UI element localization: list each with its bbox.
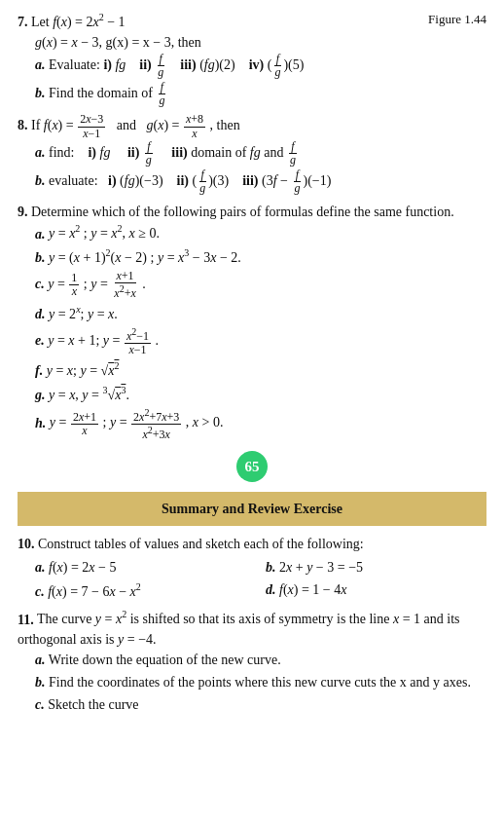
p8-b-label: b. <box>35 173 46 188</box>
problem-7: Figure 1.44 7. Let f(x) = 2x2 − 1 g(x) =… <box>18 10 486 107</box>
p7-a-i: i) fg <box>103 57 135 72</box>
problem-8: 8. If f(x) = 2x−3x−1 and g(x) = x+8x , t… <box>18 113 486 195</box>
p8-a-text: find: i) fg ii) fg iii) domain of fg and… <box>49 145 299 160</box>
p10-c: c. f(x) = 7 − 6x − x2 <box>35 579 256 602</box>
p7-b-text: Find the domain of fg <box>49 86 167 100</box>
problem-11: 11. The curve y = x2 is shifted so that … <box>18 608 486 716</box>
problem-number-8: 8. <box>18 118 28 132</box>
p8-a: a. find: i) fg ii) fg iii) domain of fg … <box>35 140 486 167</box>
page-number: 65 <box>236 451 268 482</box>
p11-a-text: Write down the equation of the new curve… <box>49 653 281 667</box>
p9-b: b. y = (x + 1)2(x − 2) ; y = x3 − 3x − 2… <box>35 245 486 268</box>
p9-d: d. y = 2x; y = x. <box>35 302 486 324</box>
p10-text: Construct tables of values and sketch ea… <box>38 537 364 551</box>
p11-b-label: b. <box>35 675 46 690</box>
p10-d: d. f(x) = 1 − 4x <box>266 579 486 602</box>
p10-a: a. f(x) = 2x − 5 <box>35 557 256 578</box>
problem-10: 10. Construct tables of values and sketc… <box>18 534 486 602</box>
p11-b: b. Find the coordinates of the points wh… <box>35 672 486 692</box>
problem-number-7: 7. <box>18 15 28 29</box>
p11-text: The curve y = x2 is shifted so that its … <box>18 612 460 647</box>
p7-a-ii: ii) fg <box>139 57 180 72</box>
p9-e: e. y = x + 1; y = x2−1x−1 . <box>35 326 486 356</box>
p7-a-text: Evaluate: <box>49 57 103 72</box>
problem-number-9: 9. <box>18 205 28 219</box>
problem-number-10: 10. <box>18 537 35 551</box>
p8-a-label: a. <box>35 145 46 160</box>
page-number-container: 65 <box>18 451 486 482</box>
problem-9: 9. Determine which of the following pair… <box>18 202 486 441</box>
p11-a-label: a. <box>35 653 46 667</box>
p9-f: f. y = x; y = √x2 <box>35 358 486 381</box>
p11-c: c. Sketch the curve <box>35 694 486 715</box>
p9-c: c. y = 1x ; y = x+1x2+x . <box>35 270 486 300</box>
p9-h: h. y = 2x+1x ; y = 2x2+7x+3x2+3x , x > 0… <box>35 407 486 441</box>
fig-label: Figure 1.44 <box>428 10 486 29</box>
p7-line2: g(x) = x − 3, g(x) = x − 3, then <box>35 32 486 53</box>
p11-c-text: Sketch the curve <box>48 697 138 712</box>
p7-a-label: a. <box>35 57 46 72</box>
p11-b-text: Find the coordinates of the points where… <box>49 675 471 690</box>
p8-b: b. evaluate: i) (fg)(−3) ii) (fg)(3) iii… <box>35 168 486 195</box>
p7-then-word: g(x) = x − 3, then <box>106 35 201 50</box>
problem-number-11: 11. <box>18 612 34 626</box>
summary-box: Summary and Review Exercise <box>18 492 486 526</box>
summary-title: Summary and Review Exercise <box>162 502 342 516</box>
p10-items: a. f(x) = 2x − 5 b. 2x + y − 3 = −5 c. f… <box>35 557 486 602</box>
p11-a: a. Write down the equation of the new cu… <box>35 650 486 670</box>
p10-b: b. 2x + y − 3 = −5 <box>266 557 486 578</box>
p9-g: g. y = x, y = 3√x3. <box>35 383 486 405</box>
p8-intro: If f(x) = 2x−3x−1 and g(x) = x+8x , then <box>31 118 240 132</box>
p7-b: b. Find the domain of fg <box>35 81 486 107</box>
p9-a: a. y = x2 ; y = x2, x ≥ 0. <box>35 222 486 244</box>
p7-b-label: b. <box>35 86 46 100</box>
p7-line1: Let f(x) = 2x2 − 1 <box>31 15 126 29</box>
p8-b-text: evaluate: i) (fg)(−3) ii) (fg)(3) iii) (… <box>49 173 331 188</box>
p7-a-iv: iv) (fg)(5) <box>249 57 305 72</box>
p9-text: Determine which of the following pairs o… <box>31 205 454 219</box>
p11-c-label: c. <box>35 697 45 712</box>
p7-a-iii: iii) (fg)(2) <box>180 57 245 72</box>
p7-a: a. Evaluate: i) fg ii) fg iii) (fg)(2) i… <box>35 53 486 79</box>
